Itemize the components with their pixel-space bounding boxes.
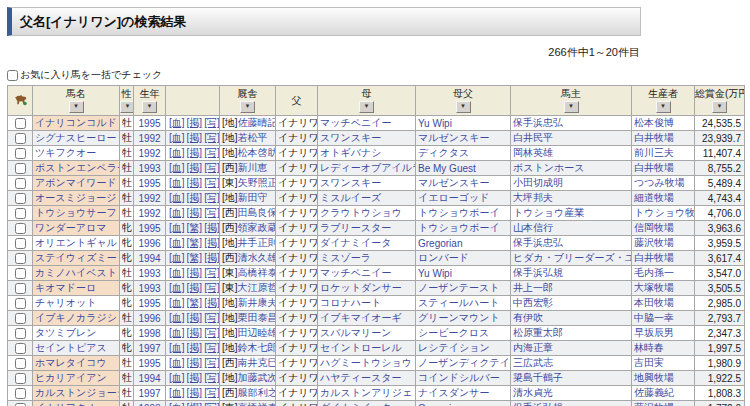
doc-link[interactable]: [繁] [187, 237, 203, 248]
doc-link[interactable]: [血] [169, 132, 185, 143]
doc-link[interactable]: [血] [169, 237, 185, 248]
sort-button-name[interactable]: ▼ [69, 101, 84, 113]
stable-link[interactable]: 新川恵 [238, 162, 268, 173]
horse-name-link[interactable]: イブキノカラジシ [35, 312, 117, 323]
dam-link[interactable]: ミスゾーラ [320, 252, 371, 263]
dam-link[interactable]: レディーオブアイルランド [320, 162, 416, 173]
sort-button-damsire[interactable]: ▼ [456, 101, 471, 113]
birth-year-link[interactable]: 1995 [138, 178, 160, 189]
owner-link[interactable]: 山本信行 [513, 222, 553, 233]
breeder-link[interactable]: 中脇一幸 [634, 312, 674, 323]
dam-link[interactable]: コロナハート [320, 297, 381, 308]
doc-link[interactable]: [血] [169, 117, 185, 128]
doc-link[interactable]: [掲] [187, 342, 203, 353]
horse-name-link[interactable]: アボンマイワード [35, 177, 117, 188]
damsire-link[interactable]: Gregorian [418, 403, 462, 406]
doc-link[interactable]: [写] [204, 312, 219, 323]
horse-name-link[interactable]: ボストンエンペラー [35, 162, 120, 173]
owner-link[interactable]: ボストンホース [513, 162, 584, 173]
horse-name-link[interactable]: オリエントギャル [35, 237, 117, 248]
horse-name-link[interactable]: ワンダーアロマ [35, 222, 106, 233]
doc-link[interactable]: [血] [169, 372, 185, 383]
damsire-link[interactable]: ディクタス [418, 147, 469, 158]
damsire-link[interactable]: Be My Guest [418, 163, 476, 174]
damsire-link[interactable]: グリーンマウント [418, 312, 500, 323]
breeder-link[interactable]: 早坂辰男 [634, 327, 674, 338]
birth-year-link[interactable]: 1992 [138, 193, 160, 204]
dam-link[interactable]: セイントローレル [320, 342, 402, 353]
owner-link[interactable]: 内海正章 [513, 342, 553, 353]
damsire-link[interactable]: スティールハート [418, 297, 499, 308]
horse-name-link[interactable]: カミノハイベスト [35, 267, 117, 278]
doc-link[interactable]: [写] [204, 282, 219, 293]
doc-link[interactable]: [血] [169, 252, 185, 263]
breeder-link[interactable]: 毛内孫一 [634, 267, 674, 278]
doc-link[interactable]: [繁] [187, 222, 203, 233]
damsire-link[interactable]: Yu Wipi [418, 268, 452, 279]
stable-link[interactable]: 服部利之 [238, 387, 276, 398]
stable-link[interactable]: 矢野照正 [238, 177, 276, 188]
horse-name-link[interactable]: シグナスヒーロー [35, 132, 116, 143]
birth-year-link[interactable]: 1997 [138, 388, 160, 399]
doc-link[interactable]: [血] [169, 342, 185, 353]
breeder-link[interactable]: 地興牧場 [634, 372, 674, 383]
favorite-checkbox[interactable] [15, 193, 26, 204]
dam-link[interactable]: ハヤティースター [320, 372, 401, 383]
breeder-link[interactable]: 藤沢牧場 [634, 237, 674, 248]
favorite-checkbox[interactable] [15, 178, 26, 189]
damsire-link[interactable]: ノーザンテースト [418, 282, 499, 293]
doc-link[interactable]: [掲] [187, 177, 203, 188]
horse-name-link[interactable]: キオマドーロ [35, 282, 96, 293]
birth-year-link[interactable]: 1995 [138, 298, 160, 309]
breeder-link[interactable]: 林時春 [634, 342, 664, 353]
dam-link[interactable]: ロケットダンサー [320, 282, 402, 293]
doc-link[interactable]: [写] [204, 387, 219, 398]
dam-link[interactable]: マッチペニイー [320, 117, 391, 128]
horse-name-link[interactable]: ステイウィズミー [35, 252, 117, 263]
doc-link[interactable]: [掲] [187, 192, 203, 203]
damsire-link[interactable]: Gregorian [418, 238, 462, 249]
owner-link[interactable]: トウショウ産業 [513, 207, 584, 218]
owner-link[interactable]: 中西宏彰 [513, 297, 553, 308]
doc-link[interactable]: [血] [169, 177, 185, 188]
dam-link[interactable]: スワンスキー [320, 132, 381, 143]
birth-year-link[interactable]: 1998 [138, 328, 160, 339]
damsire-link[interactable]: コインドシルバー [418, 372, 500, 383]
doc-link[interactable]: [写] [204, 402, 219, 406]
doc-link[interactable]: [血] [169, 192, 185, 203]
horse-name-link[interactable]: ホマレタイコウ [35, 357, 107, 368]
damsire-link[interactable]: マルゼンスキー [418, 132, 489, 143]
doc-link[interactable]: [血] [169, 267, 185, 278]
breeder-link[interactable]: 大塚牧場 [634, 282, 674, 293]
damsire-link[interactable]: ロンバード [418, 252, 469, 263]
horse-name-link[interactable]: ツキフクオー [35, 147, 96, 158]
breeder-link[interactable]: 本田牧場 [634, 297, 674, 308]
stable-link[interactable]: 南井克巳 [238, 357, 276, 368]
horse-name-link[interactable]: カルストンジョージ [35, 387, 120, 398]
dam-link[interactable]: ミスルイーズ [320, 192, 381, 203]
stable-link[interactable]: 井手正則 [238, 237, 276, 248]
stable-link[interactable]: 大江原哲 [238, 282, 276, 293]
doc-link[interactable]: [写] [204, 207, 219, 218]
sort-button-year[interactable]: ▼ [142, 101, 157, 113]
favorite-checkbox[interactable] [15, 373, 26, 384]
owner-link[interactable]: 松原重太郎 [513, 327, 563, 338]
favorite-checkbox[interactable] [15, 388, 26, 399]
stable-link[interactable]: 松本啓助 [238, 147, 276, 158]
favorite-checkbox[interactable] [15, 163, 26, 174]
breeder-link[interactable]: トウショウ牧場 [634, 207, 695, 218]
doc-link[interactable]: [血] [169, 207, 185, 218]
sort-button-sex[interactable]: ▼ [120, 101, 134, 113]
breeder-link[interactable]: 細道牧場 [634, 192, 674, 203]
doc-link[interactable]: [写] [204, 132, 219, 143]
stable-link[interactable]: 栗田泰昌 [238, 312, 276, 323]
stable-link[interactable]: 田島良保 [238, 207, 276, 218]
doc-link[interactable]: [写] [204, 177, 219, 188]
doc-link[interactable]: [掲] [187, 132, 203, 143]
favorite-checkbox[interactable] [15, 268, 26, 279]
breeder-link[interactable]: 信岡牧場 [634, 222, 674, 233]
damsire-link[interactable]: トウショウボーイ [418, 207, 500, 218]
stable-link[interactable]: 清水久雄 [238, 252, 276, 263]
doc-link[interactable]: [掲] [187, 402, 203, 406]
favorite-checkbox[interactable] [15, 313, 26, 324]
